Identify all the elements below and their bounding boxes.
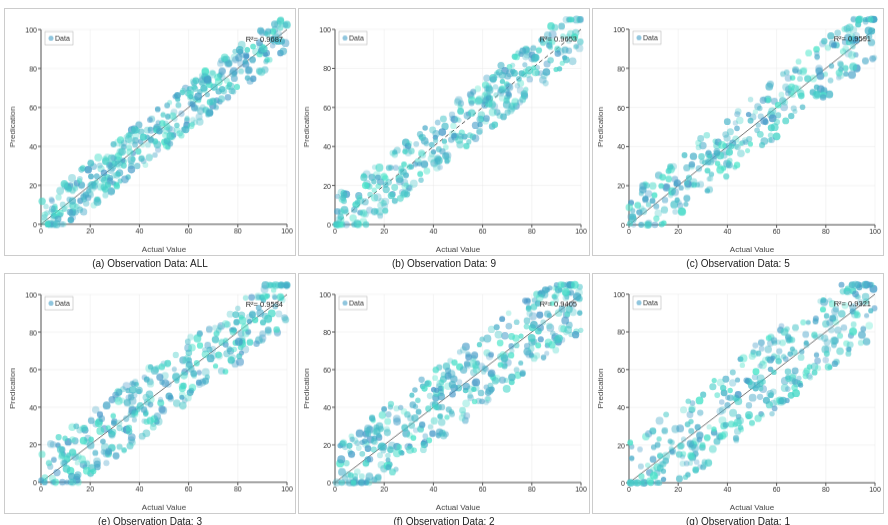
- plot-area-g: [592, 273, 884, 514]
- plot-area-c: [592, 8, 884, 256]
- row-1: (a) Observation Data: ALL (b) Observatio…: [4, 8, 884, 269]
- caption-g: (g) Observation Data: 1: [686, 516, 790, 525]
- caption-a: (a) Observation Data: ALL: [92, 258, 208, 269]
- main-container: (a) Observation Data: ALL (b) Observatio…: [0, 0, 888, 525]
- plot-area-e: [4, 273, 296, 514]
- plot-area-b: [298, 8, 590, 256]
- scatter-canvas-b: [299, 9, 589, 255]
- caption-f: (f) Observation Data: 2: [393, 516, 494, 525]
- scatter-canvas-a: [5, 9, 295, 255]
- plot-area-f: [298, 273, 590, 514]
- caption-b: (b) Observation Data: 9: [392, 258, 496, 269]
- plot-wrapper-b: (b) Observation Data: 9: [298, 8, 590, 269]
- scatter-canvas-g: [593, 274, 883, 513]
- plot-area-a: [4, 8, 296, 256]
- scatter-canvas-e: [5, 274, 295, 513]
- caption-c: (c) Observation Data: 5: [686, 258, 789, 269]
- plot-wrapper-f: (f) Observation Data: 2: [298, 273, 590, 525]
- plot-wrapper-e: (e) Observation Data: 3: [4, 273, 296, 525]
- plot-wrapper-a: (a) Observation Data: ALL: [4, 8, 296, 269]
- row-2: (e) Observation Data: 3 (f) Observation …: [4, 273, 884, 525]
- plot-wrapper-c: (c) Observation Data: 5: [592, 8, 884, 269]
- plot-wrapper-g: (g) Observation Data: 1: [592, 273, 884, 525]
- caption-e: (e) Observation Data: 3: [98, 516, 202, 525]
- scatter-canvas-f: [299, 274, 589, 513]
- scatter-canvas-c: [593, 9, 883, 255]
